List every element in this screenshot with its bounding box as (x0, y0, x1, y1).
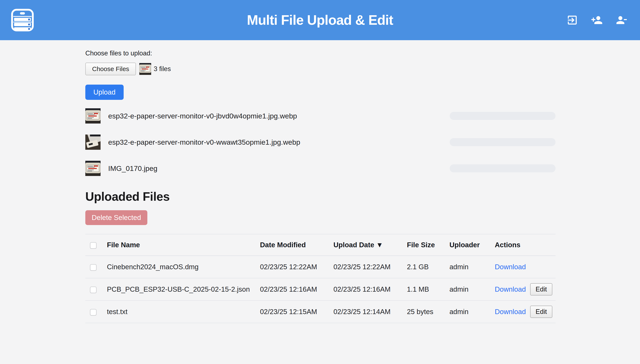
main-content: Choose files to upload: Choose Files 3 f… (85, 50, 555, 323)
actions-cell: DownloadEdit (495, 306, 555, 318)
uploaded-files-heading: Uploaded Files (85, 190, 555, 204)
edit-button[interactable]: Edit (530, 306, 552, 318)
upload-date-cell: 02/23/25 12:14AM (334, 308, 407, 316)
row-checkbox[interactable] (90, 309, 97, 316)
file-input-row: Choose Files 3 files (85, 62, 555, 75)
pending-file-name: IMG_0170.jpeg (108, 164, 158, 172)
upload-progress-bar (450, 112, 555, 120)
table-row: test.txt02/23/25 12:15AM02/23/25 12:14AM… (85, 301, 555, 323)
file-size-cell: 25 bytes (407, 308, 449, 316)
column-header-file-name[interactable]: File Name (107, 241, 140, 249)
selected-files-count: 3 files (154, 65, 171, 73)
pending-file-row: IMG_0170.jpeg (85, 161, 555, 176)
choose-files-label: Choose files to upload: (85, 50, 555, 57)
uploaded-files-table: File Name Date Modified Upload Date ▼ Fi… (85, 234, 555, 323)
pending-file-name: esp32-e-paper-server-monitor-v0-wwawt35o… (108, 138, 300, 146)
pending-files-list: esp32-e-paper-server-monitor-v0-jbvd0w4o… (85, 108, 555, 176)
download-link[interactable]: Download (495, 308, 526, 316)
table-row: PCB_PCB_ESP32-USB-C_2025-02-15-2.json02/… (85, 278, 555, 301)
date-modified-cell: 02/23/25 12:15AM (260, 308, 334, 316)
login-icon[interactable] (566, 14, 578, 26)
file-thumbnail (85, 108, 101, 124)
upload-date-cell: 02/23/25 12:22AM (334, 263, 407, 271)
pending-file-name: esp32-e-paper-server-monitor-v0-jbvd0w4o… (108, 112, 297, 120)
pending-file-row: esp32-e-paper-server-monitor-v0-jbvd0w4o… (85, 108, 555, 124)
select-all-checkbox[interactable] (90, 242, 97, 249)
row-checkbox[interactable] (90, 264, 97, 271)
column-header-upload-date[interactable]: Upload Date ▼ (334, 241, 383, 249)
file-thumbnail (85, 161, 101, 176)
file-name-cell: PCB_PCB_ESP32-USB-C_2025-02-15-2.json (107, 285, 260, 293)
uploaded-files-table-body: Cinebench2024_macOS.dmg02/23/25 12:22AM0… (85, 256, 555, 323)
header-actions (566, 14, 627, 26)
upload-progress-bar (450, 138, 555, 146)
table-header-row: File Name Date Modified Upload Date ▼ Fi… (85, 234, 555, 256)
person-remove-icon[interactable] (615, 14, 627, 26)
file-name-cell: test.txt (107, 308, 260, 316)
column-header-actions[interactable]: Actions (495, 241, 520, 249)
choose-files-button[interactable]: Choose Files (85, 62, 136, 75)
person-add-icon[interactable] (591, 14, 603, 26)
download-link[interactable]: Download (495, 263, 526, 271)
actions-cell: DownloadEdit (495, 283, 555, 296)
upload-button[interactable]: Upload (85, 84, 124, 100)
upload-date-cell: 02/23/25 12:16AM (334, 285, 407, 293)
uploader-cell: admin (449, 263, 495, 271)
download-link[interactable]: Download (495, 285, 526, 293)
delete-selected-button[interactable]: Delete Selected (85, 210, 147, 225)
app-header: Multi File Upload & Edit (0, 0, 640, 40)
column-header-date-modified[interactable]: Date Modified (260, 241, 306, 249)
column-header-upload-date-label: Upload Date (334, 241, 374, 249)
upload-progress-bar (450, 164, 555, 172)
file-name-cell: Cinebench2024_macOS.dmg (107, 263, 260, 271)
uploader-cell: admin (449, 308, 495, 316)
file-size-cell: 2.1 GB (407, 263, 449, 271)
actions-cell: Download (495, 263, 555, 271)
date-modified-cell: 02/23/25 12:16AM (260, 285, 334, 293)
file-size-cell: 1.1 MB (407, 285, 449, 293)
server-stack-icon (11, 8, 34, 32)
uploader-cell: admin (449, 285, 495, 293)
pending-file-row: esp32-e-paper-server-monitor-v0-wwawt35o… (85, 134, 555, 150)
edit-button[interactable]: Edit (530, 283, 552, 296)
page-title: Multi File Upload & Edit (247, 12, 393, 28)
table-row: Cinebench2024_macOS.dmg02/23/25 12:22AM0… (85, 256, 555, 278)
column-header-file-size[interactable]: File Size (407, 241, 435, 249)
file-thumbnail (85, 134, 101, 150)
date-modified-cell: 02/23/25 12:22AM (260, 263, 334, 271)
selected-files-thumbnail (139, 63, 152, 75)
sort-desc-icon: ▼ (376, 241, 383, 249)
row-checkbox[interactable] (90, 286, 97, 293)
column-header-uploader[interactable]: Uploader (449, 241, 480, 249)
